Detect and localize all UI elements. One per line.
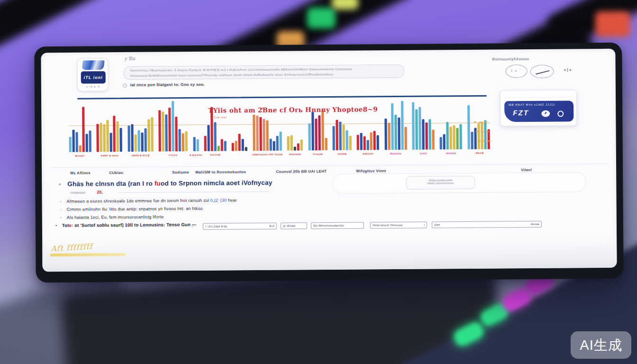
bar [364,136,366,150]
banner-top-text: iBB RR4T M4n n1965 JJJ11 [508,103,571,106]
text-segment: fu [155,180,161,187]
bar-cluster: VUIU/ [412,99,435,149]
header-fine-print: Neoovnrnxu VBuurnuuooaiu: E Aiuuou Ruota… [130,65,531,79]
x-axis-label: B B@AIOI [190,154,202,156]
text-segment: e: [69,223,73,228]
column-header: CUbiav. [109,171,124,175]
equalizer-icon[interactable]: +ǀ+ [564,67,573,73]
logo-badge: iTL ioni [81,71,106,83]
chart-subtitle: Crw-ioor [214,116,227,119]
bar [276,136,278,151]
bar [172,101,174,151]
bar [137,130,140,152]
bar [367,140,369,150]
promo-banner: iBB RR4T M4n n1965 JJJ11 FZT [504,100,573,122]
form-box-label: I. Uns.Zabd di-dp [205,224,227,229]
bar [294,146,296,151]
bar [297,144,300,151]
bullet-icon: • [55,223,62,228]
bar [238,134,241,151]
text-segment: Ghäs he clnısn dta (ran I ro [67,180,155,188]
column-header: Wifogttuv Vinnt [356,169,386,173]
bar [86,134,88,152]
bar [339,121,341,150]
bar [214,122,216,151]
ai-watermark: AI生成 [571,331,631,359]
bar [404,127,407,150]
bar [481,121,483,149]
bar-cluster: BUUUVU [384,100,407,150]
bar [207,125,209,151]
bar [100,123,102,152]
article-heading: Ghäs he clnısn dta (ran I ro fuod to Srp… [67,179,272,188]
logo-flag-icon [82,60,105,70]
bar [179,129,181,152]
gauge-needle-icon [536,70,550,74]
bar [467,105,470,149]
card-divider [504,97,573,98]
bar-cluster: KNMF B HHUI [96,101,122,152]
heading-marker [59,183,61,185]
bullet-icon: ◦ [60,215,67,220]
info-pill[interactable]: Ghtdounsudpuusevh Uhtots ustoromvrovssu [406,176,475,190]
bar [89,131,91,152]
form-box-label: Qui IMmumsncudansstu [313,223,344,228]
bar [422,119,424,150]
text-segment: Tot [62,223,69,228]
bar [256,116,259,151]
bar [134,135,136,152]
bar [117,121,119,152]
keycap-blob [332,0,358,9]
form-box[interactable]: Viinar tesurd- Omnsuno| [370,222,427,229]
promo-card[interactable]: iBB RR4T M4n n1965 JJJ11 FZT [500,90,577,126]
bar [242,139,244,151]
bar [168,108,171,151]
gauge-button[interactable] [530,65,554,78]
x-axis-label: KWVIGP [363,152,373,155]
header-right-label: Bonnuuniy5Annou [492,57,529,62]
bar [412,102,415,150]
list-item: ◦Alo halanta 1eci, Eu, fem incursorocanl… [60,214,164,220]
column-header: Ms Aflines [70,171,91,175]
bar [450,127,452,149]
bar [97,124,99,152]
bullet-icon: · [60,207,67,212]
bar [73,130,75,152]
clock-hand-icon [545,112,546,114]
bullet-icon: ◦ [60,199,67,204]
bar [349,136,352,150]
page-bottom-fade [42,237,617,272]
form-box-value: | [424,222,425,228]
form-box[interactable]: |d -disoba [281,222,307,229]
form-box[interactable]: I. Uns.Zabd di-dpB.st [203,223,277,230]
form-box[interactable]: Qui IMmumsncudansstu [311,222,364,229]
text-segment: Alo halanta 1eci, Eu, fem incursorocanli… [67,214,164,219]
x-axis-label: HIUUIHHI [289,153,301,155]
keycap-blob [595,11,630,37]
form-box-value: B.st [270,223,274,229]
bar [273,141,275,151]
form-box[interactable]: |StetAmiste [432,221,542,228]
bar-cluster: INNNI B NV1B [127,101,154,152]
x-axis-label: · [239,153,240,156]
form-box-label: Viinar tesurd- Omnsuno [373,222,402,228]
x-axis-label: WVUNT· [75,155,85,157]
x-axis-label: VUIU/ [420,152,427,155]
bar [232,143,234,151]
bar [318,115,321,150]
form-box-label: |d -disoba [283,223,295,228]
bar [428,119,431,150]
bar [287,136,290,151]
bar-cluster: WVUNT· [69,102,91,152]
bar [388,123,390,150]
site-logo[interactable]: iTL ioni u im a. K [77,58,108,91]
text-segment: Crmmn emilirohn 8u: litto due antip: snp… [67,206,203,212]
bar [460,124,462,149]
bar [218,146,220,151]
bar [120,128,122,152]
bar [291,136,293,151]
bar [259,117,262,151]
bar [151,118,154,152]
column-header: Vitae/ [521,168,532,172]
bar [484,120,486,149]
